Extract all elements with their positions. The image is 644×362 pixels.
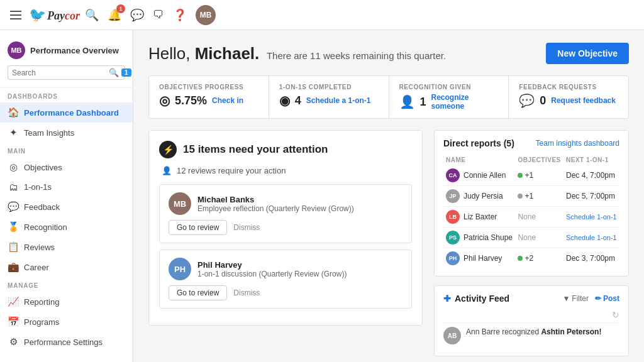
- sidebar-item-feedback[interactable]: 💬 Feedback: [0, 197, 133, 217]
- sidebar-item-programs[interactable]: 📅 Programs: [0, 312, 133, 332]
- search-icon: 🔍: [109, 68, 119, 77]
- recognize-someone-link[interactable]: Recognize someone: [431, 93, 499, 111]
- sidebar-item-oneonones[interactable]: 🗂 1-on-1s: [0, 177, 133, 197]
- obj-dot-1: +1: [518, 192, 533, 200]
- filter-icon: ▼: [562, 294, 570, 303]
- oneonone-icon: 🗂: [8, 182, 19, 192]
- go-to-review-button-0[interactable]: Go to review: [169, 220, 227, 235]
- reporting-icon: 📈: [8, 296, 19, 307]
- person-name-3: Patricia Shupe: [464, 233, 513, 242]
- stat-feedback: FEEDBACK REQUESTS 💬 0 Request feedback: [509, 76, 628, 118]
- filter-button[interactable]: ▼ Filter: [562, 294, 589, 303]
- attention-card: ⚡ 15 items need your attention 👤 12 revi…: [148, 130, 423, 326]
- review-actions-1: Go to review Dismiss: [169, 285, 402, 300]
- stat-recognition: RECOGNITION GIVEN 👤 1 Recognize someone: [389, 76, 509, 118]
- sidebar-label-objectives: Objectives: [24, 163, 62, 172]
- dr-row-1: JP Judy Persia +1 Dec 5, 7:00pm: [443, 186, 619, 207]
- objectives-icon: ◎: [8, 162, 19, 173]
- stat-objectives-progress: OBJECTIVES PROGRESS ◎ 5.75% Check in: [149, 76, 269, 118]
- next-date-0: Dec 4, 7:00pm: [566, 171, 615, 180]
- sidebar-item-career[interactable]: 💼 Career: [0, 257, 133, 277]
- hamburger-menu[interactable]: [8, 8, 24, 22]
- activity-feed-title: ✚ Activity Feed: [443, 293, 509, 304]
- logo-cor: cor: [65, 9, 80, 23]
- stat-label-feedback: FEEDBACK REQUESTS: [519, 84, 618, 90]
- mini-avatar-1: JP: [446, 189, 460, 203]
- activity-feed-card: ✚ Activity Feed ▼ Filter ✏ Post: [434, 285, 629, 356]
- home-icon: 🏠: [8, 107, 19, 118]
- objectives-progress-icon: ◎: [159, 93, 170, 108]
- direct-reports-table: NAME OBJECTIVES NEXT 1-ON-1 CA Connie Al…: [443, 155, 619, 268]
- section-label-dashboards: DASHBOARDS: [0, 88, 133, 102]
- next-date-4: Dec 3, 7:00pm: [566, 254, 615, 263]
- review-name-1: Phil Harvey: [197, 260, 347, 270]
- attention-header: ⚡ 15 items need your attention: [159, 141, 412, 158]
- feedback-value: 0: [540, 94, 546, 107]
- review-desc-0: Employee reflection (Quarterly Review (G…: [197, 204, 354, 213]
- review-info-0: Michael Banks Employee reflection (Quart…: [197, 195, 354, 213]
- request-feedback-link[interactable]: Request feedback: [551, 96, 616, 105]
- sidebar-user-avatar: MB: [8, 41, 25, 59]
- paycor-logo: 🐦 Paycor: [29, 7, 80, 23]
- new-objective-button[interactable]: New Objective: [546, 43, 629, 64]
- person-name-2: Liz Baxter: [464, 212, 497, 221]
- notification-bell-icon[interactable]: 🔔 1: [108, 8, 121, 22]
- mini-avatar-0: CA: [446, 168, 460, 182]
- person-cell-4: PH Phil Harvey: [446, 251, 513, 265]
- dr-row-2: LB Liz Baxter None Schedule 1-on-1: [443, 207, 619, 228]
- section-label-manage: MANAGE: [0, 277, 133, 292]
- sidebar-item-recognition[interactable]: 🏅 Recognition: [0, 217, 133, 237]
- user-avatar[interactable]: MB: [196, 5, 216, 25]
- sidebar-item-reviews[interactable]: 📋 Reviews: [0, 237, 133, 257]
- obj-dot-0: +1: [518, 171, 533, 180]
- review-avatar-0: MB: [169, 192, 191, 215]
- sidebar-search-box[interactable]: 🔍 1: [8, 65, 125, 80]
- schedule-link-3[interactable]: Schedule 1-on-1: [566, 234, 617, 241]
- next-date-1: Dec 5, 7:00pm: [566, 192, 615, 200]
- schedule-oneonone-link[interactable]: Schedule a 1-on-1: [306, 96, 371, 105]
- person-name-1: Judy Persia: [464, 192, 503, 200]
- stat-label-recognition: RECOGNITION GIVEN: [399, 84, 499, 90]
- direct-reports-card: Direct reports (5) Team insights dashboa…: [434, 130, 629, 277]
- sidebar-item-performance-settings[interactable]: ⚙ Performance Settings: [0, 332, 133, 352]
- sidebar-item-team-insights[interactable]: ✦ Team Insights: [0, 123, 133, 143]
- activity-refresh-icon[interactable]: ↻: [443, 310, 619, 320]
- team-insights-dashboard-link[interactable]: Team insights dashboard: [536, 139, 619, 148]
- objectives-check-in-link[interactable]: Check in: [212, 96, 243, 105]
- pencil-icon: ✏: [595, 294, 601, 303]
- lightning-icon: ⚡: [159, 141, 177, 158]
- dismiss-button-0[interactable]: Dismiss: [233, 220, 260, 235]
- search-icon[interactable]: 🔍: [85, 8, 99, 22]
- recognition-icon: 🏅: [8, 221, 19, 233]
- attention-title: 15 items need your attention: [183, 143, 328, 156]
- schedule-link-2[interactable]: Schedule 1-on-1: [566, 213, 617, 221]
- activity-avatar-0: AB: [443, 327, 461, 344]
- sidebar-label-career: Career: [24, 263, 49, 272]
- person-name-4: Phil Harvey: [464, 254, 502, 263]
- search-input[interactable]: [12, 69, 106, 77]
- activity-pulse-icon: ✚: [443, 293, 451, 304]
- help-icon[interactable]: ❓: [173, 8, 187, 22]
- chat-bubble-icon[interactable]: 💬: [130, 8, 144, 22]
- sidebar-item-performance-dashboard[interactable]: 🏠 Performance Dashboard: [0, 102, 133, 123]
- main-content: Hello, Michael. There are 11 weeks remai…: [133, 30, 644, 362]
- section-label-main: MAIN: [0, 143, 133, 157]
- activity-feed-header: ✚ Activity Feed ▼ Filter ✏ Post: [443, 293, 619, 304]
- post-button[interactable]: ✏ Post: [595, 294, 619, 303]
- review-name-0: Michael Banks: [197, 195, 354, 204]
- review-item-0: MB Michael Banks Employee reflection (Qu…: [159, 184, 412, 243]
- sidebar-item-reporting[interactable]: 📈 Reporting: [0, 292, 133, 312]
- sidebar-item-objectives[interactable]: ◎ Objectives: [0, 157, 133, 177]
- dismiss-button-1[interactable]: Dismiss: [233, 285, 260, 300]
- message-square-icon[interactable]: 🗨: [153, 8, 164, 21]
- person-cell-0: CA Connie Allen: [446, 168, 513, 182]
- go-to-review-button-1[interactable]: Go to review: [169, 285, 227, 300]
- top-nav: 🐦 Paycor 🔍 🔔 1 💬 🗨 ❓ MB: [0, 0, 644, 30]
- recognition-value: 1: [420, 96, 426, 109]
- mini-avatar-3: PS: [446, 231, 460, 244]
- content-columns: ⚡ 15 items need your attention 👤 12 revi…: [148, 130, 629, 356]
- obj-none-2: None: [518, 212, 536, 221]
- activity-item-0: AB Ann Barre recognized Ashtin Peterson!: [443, 322, 619, 348]
- review-sub-text: 12 reviews require your action: [177, 166, 286, 175]
- review-actions-0: Go to review Dismiss: [169, 220, 402, 235]
